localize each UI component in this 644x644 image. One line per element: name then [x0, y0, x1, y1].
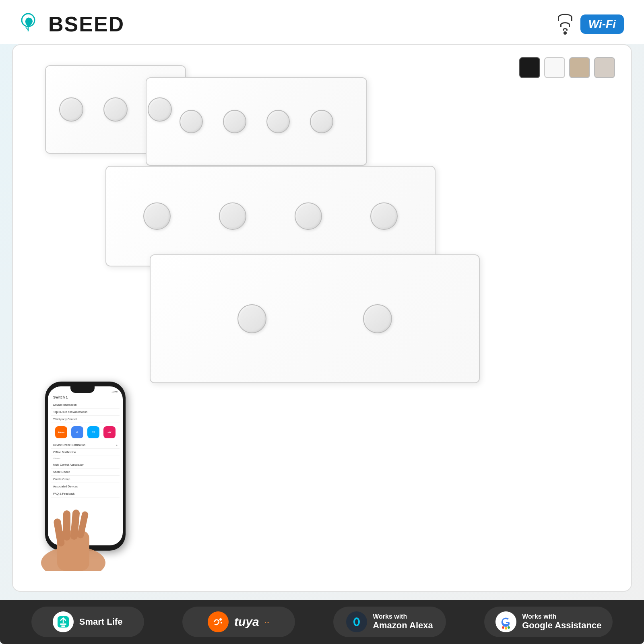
smart-life-svg [56, 615, 70, 629]
switch-panel-2x2gang [105, 166, 436, 266]
alexa-text-block: Works with Amazon Alexa [373, 613, 433, 631]
tuya-svg [211, 615, 225, 629]
main-content: 10:48 Switch 1 Device Information Tap-to… [12, 44, 632, 592]
google-line1: Works with [522, 613, 601, 620]
switch-btn-4[interactable] [310, 110, 333, 133]
phone-menu-multicontrol: Multi-Control Association [51, 461, 120, 469]
switch-panel-4gang [146, 77, 367, 166]
badge-alexa: Works with Amazon Alexa [333, 607, 446, 637]
switch-btn-3[interactable] [295, 202, 322, 230]
header: BSEED Wi-Fi [0, 0, 644, 44]
tuya-label: tuya [234, 615, 259, 629]
footer: Smart Life tuya··· [0, 600, 644, 644]
page-wrapper: BSEED Wi-Fi [0, 0, 644, 644]
svg-point-19 [502, 626, 504, 629]
phone-menu-third-party: Third-party Control [51, 416, 120, 423]
google-icon-circle [495, 611, 516, 632]
phone-menu-device-info: Device Information [51, 401, 120, 409]
switch-btn-2[interactable] [103, 97, 128, 122]
alexa-line2: Amazon Alexa [373, 620, 433, 631]
svg-point-17 [355, 619, 358, 625]
google-svg [498, 614, 514, 630]
switch-btn-1[interactable] [237, 304, 266, 333]
tuya-dots: ··· [265, 619, 270, 625]
switch-panel-1x2gang [150, 254, 480, 383]
phone-menu-faq: FAQ & Feedback [51, 490, 120, 497]
alexa-icon-circle [346, 611, 367, 632]
ewelink-icon: eW [103, 426, 116, 438]
tuya-icon [208, 611, 229, 632]
phone-menu-offline2: Offline Notification [51, 449, 120, 456]
switch-btn-3[interactable] [266, 110, 290, 133]
svg-point-14 [221, 622, 222, 623]
phone-notch [70, 386, 95, 393]
switch-btn-3[interactable] [148, 97, 172, 122]
badge-smart-life: Smart Life [31, 607, 144, 637]
phone-mockup: 10:48 Switch 1 Device Information Tap-to… [33, 378, 138, 571]
smart-life-icon [53, 611, 74, 632]
switch-btn-2[interactable] [223, 110, 246, 133]
switch-btn-1[interactable] [143, 202, 171, 230]
google-line2: Google Assistance [522, 620, 601, 631]
phone-menu-group: Create Group [51, 476, 120, 483]
phone-app-icons: Alexa G ST eW [51, 423, 120, 442]
google-icon: G [71, 426, 83, 438]
svg-point-20 [505, 627, 507, 630]
badge-google: Works with Google Assistance [484, 607, 613, 637]
wifi-signal-icon [558, 14, 572, 35]
badge-tuya: tuya··· [182, 607, 295, 637]
switch-buttons-1x2gang [213, 304, 416, 333]
brand-name: BSEED [48, 12, 124, 36]
svg-point-13 [219, 618, 222, 621]
phone-menu-automation: Tap-to-Run and Automation [51, 409, 120, 416]
phone-menu-share: Share Device [51, 469, 120, 476]
smartthings-icon: ST [87, 426, 99, 438]
svg-point-21 [508, 626, 510, 629]
smart-life-label: Smart Life [79, 617, 123, 627]
hand-svg [33, 498, 138, 571]
switch-btn-4[interactable] [370, 202, 398, 230]
phone-menu-separator: Others [51, 456, 120, 461]
phone-app-title: Switch 1 [51, 394, 120, 401]
svg-rect-6 [63, 510, 70, 541]
bseed-logo-icon [20, 12, 44, 36]
logo-area: BSEED [20, 12, 124, 36]
phone-menu-associated: Associated Devices [51, 483, 120, 490]
switches-area: 10:48 Switch 1 Device Information Tap-to… [25, 57, 619, 579]
wifi-area: Wi-Fi [558, 14, 624, 35]
switch-buttons-2x2gang [131, 202, 410, 230]
wifi-badge: Wi-Fi [580, 14, 624, 34]
alexa-icon: Alexa [55, 426, 67, 438]
alexa-svg [349, 615, 364, 629]
alexa-line1: Works with [373, 613, 433, 620]
wifi-label: Wi-Fi [588, 18, 616, 31]
google-text-block: Works with Google Assistance [522, 613, 601, 631]
switch-btn-2[interactable] [363, 304, 392, 333]
switch-btn-2[interactable] [219, 202, 246, 230]
svg-rect-10 [60, 623, 66, 625]
phone-menu-offline: Device Offline Notification ● [51, 442, 120, 449]
svg-rect-11 [61, 625, 65, 627]
switch-btn-1[interactable] [59, 97, 83, 122]
switch-buttons-4gang [173, 110, 339, 133]
switch-buttons-3gang [53, 97, 178, 122]
switch-btn-1[interactable] [180, 110, 203, 133]
